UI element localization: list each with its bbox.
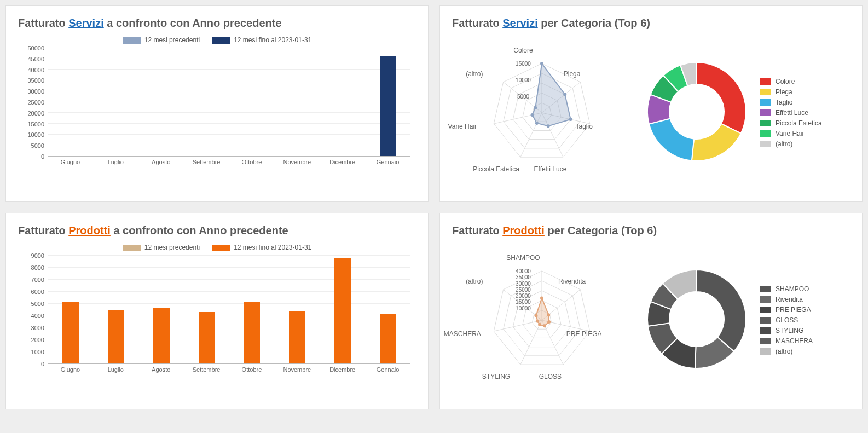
bar: [62, 302, 79, 363]
radar-chart-servizi: ColorePiegaTaglioEffetti LucePiccola Est…: [452, 42, 631, 184]
radar-axis-label: PRE PIEGA: [566, 330, 602, 338]
x-axis-label: Dicembre: [329, 159, 355, 165]
radar-axis-label: MASCHERA: [444, 330, 481, 338]
card-prodotti-cat: Fatturato Prodotti per Categoria (Top 6)…: [439, 213, 863, 409]
legend-label: (altro): [776, 140, 792, 148]
radar-axis-label: Piega: [564, 70, 581, 78]
radar-tick: 20000: [516, 293, 531, 299]
x-axis-label: Dicembre: [329, 366, 355, 373]
link-prodotti[interactable]: Prodotti: [68, 224, 111, 236]
card-prodotti-bar: Fatturato Prodotti a confronto con Anno …: [5, 213, 429, 409]
radar-tick: 10000: [516, 77, 531, 83]
x-axis-label: Novembre: [283, 366, 311, 373]
legend-item: Colore: [760, 78, 822, 85]
bar: [153, 308, 170, 363]
legend-label: Piega: [776, 88, 792, 96]
svg-point-13: [540, 62, 543, 65]
legend-item: Rivendita: [760, 296, 813, 303]
x-axis-label: Gennaio: [377, 159, 400, 165]
legend-prev: 12 mesi precedenti: [123, 36, 200, 44]
legend-label: Effetti Luce: [776, 109, 808, 117]
svg-point-33: [540, 297, 543, 300]
card-title: Fatturato Servizi a confronto con Anno p…: [18, 17, 416, 30]
legend-item: Taglio: [760, 99, 822, 106]
x-axis-label: Settembre: [193, 366, 221, 373]
radar-axis-label: GLOSS: [539, 373, 562, 380]
svg-point-36: [542, 324, 546, 327]
x-axis-label: Settembre: [193, 159, 221, 165]
bar-chart-servizi: 12 mesi precedenti 12 mesi fino al 2023-…: [18, 36, 416, 189]
radar-axis-label: (altro): [466, 278, 483, 285]
x-axis-label: Agosto: [152, 159, 170, 165]
legend-label: STYLING: [776, 327, 803, 334]
radar-axis-label: Colore: [513, 47, 533, 54]
title-pre: Fatturato: [452, 17, 502, 29]
radar-axis-label: (altro): [466, 70, 483, 78]
legend-cur: 12 mesi fino al 2023-01-31: [212, 36, 311, 44]
x-axis-label: Ottobre: [242, 366, 262, 373]
legend-label: Piccola Estetica: [776, 119, 822, 127]
legend-prev: 12 mesi precedenti: [123, 244, 200, 251]
svg-point-14: [563, 93, 566, 96]
radar-tick: 40000: [516, 268, 531, 274]
radar-tick: 15000: [516, 299, 531, 305]
radar-axis-label: Taglio: [575, 123, 592, 130]
svg-point-35: [547, 320, 551, 324]
svg-point-39: [534, 314, 537, 317]
svg-point-18: [530, 113, 534, 117]
legend-item: MASCHERA: [760, 337, 813, 345]
legend-item: Piccola Estetica: [760, 119, 822, 127]
radar-axis-label: STYLING: [482, 373, 510, 380]
title-post: per Categoria (Top 6): [538, 17, 650, 29]
svg-point-15: [569, 118, 572, 121]
legend-cur: 12 mesi fino al 2023-01-31: [212, 244, 311, 251]
legend-item: (altro): [760, 348, 813, 355]
x-axis-label: Agosto: [152, 366, 170, 373]
donut-chart-servizi: [642, 57, 751, 169]
radar-axis-label: Piccola Estetica: [473, 165, 519, 173]
legend-label: Varie Hair: [776, 130, 804, 137]
radar-axis-label: SHAMPOO: [506, 254, 540, 262]
link-servizi[interactable]: Servizi: [68, 17, 103, 29]
card-servizi-cat: Fatturato Servizi per Categoria (Top 6) …: [439, 5, 863, 202]
legend-item: PRE PIEGA: [760, 306, 813, 314]
bar: [199, 312, 215, 363]
bar: [380, 56, 396, 156]
legend-label: PRE PIEGA: [776, 306, 811, 314]
x-axis-label: Luglio: [108, 159, 124, 165]
link-servizi[interactable]: Servizi: [502, 17, 537, 29]
title-pre: Fatturato: [18, 17, 68, 29]
link-prodotti[interactable]: Prodotti: [502, 224, 545, 236]
donut-chart-prodotti: [642, 264, 751, 376]
legend-item: Effetti Luce: [760, 109, 822, 117]
legend-item: Piega: [760, 88, 822, 96]
radar-tick: 5000: [517, 94, 529, 100]
svg-point-38: [536, 320, 539, 323]
donut-slice: [649, 119, 694, 161]
bar: [244, 302, 260, 363]
donut-slice: [697, 270, 746, 351]
x-axis-label: Novembre: [283, 159, 311, 165]
radar-axis-label: Rivendita: [558, 278, 586, 285]
x-axis-label: Gennaio: [377, 366, 400, 373]
card-title: Fatturato Servizi per Categoria (Top 6): [452, 17, 850, 30]
radar-chart-prodotti: SHAMPOORivenditaPRE PIEGAGLOSSSTYLINGMAS…: [452, 249, 631, 391]
radar-tick: 10000: [516, 305, 531, 311]
legend-item: (altro): [760, 140, 822, 148]
legend-label: Rivendita: [776, 296, 803, 303]
svg-point-19: [534, 106, 537, 109]
x-axis-label: Ottobre: [242, 159, 262, 165]
card-title: Fatturato Prodotti per Categoria (Top 6): [452, 224, 850, 237]
legend-item: STYLING: [760, 327, 813, 334]
svg-point-16: [546, 124, 549, 128]
title-post: per Categoria (Top 6): [545, 224, 657, 236]
donut-slice: [697, 62, 746, 134]
radar-axis-label: Varie Hair: [448, 123, 477, 130]
donut-slice: [692, 124, 741, 161]
x-axis-label: Luglio: [108, 366, 124, 373]
legend-label: Taglio: [776, 99, 792, 106]
bar-chart-prodotti: 12 mesi precedenti 12 mesi fino al 2023-…: [18, 244, 416, 397]
bar: [289, 311, 305, 363]
radar-tick: 35000: [516, 274, 531, 280]
x-axis-label: Giugno: [61, 366, 80, 373]
